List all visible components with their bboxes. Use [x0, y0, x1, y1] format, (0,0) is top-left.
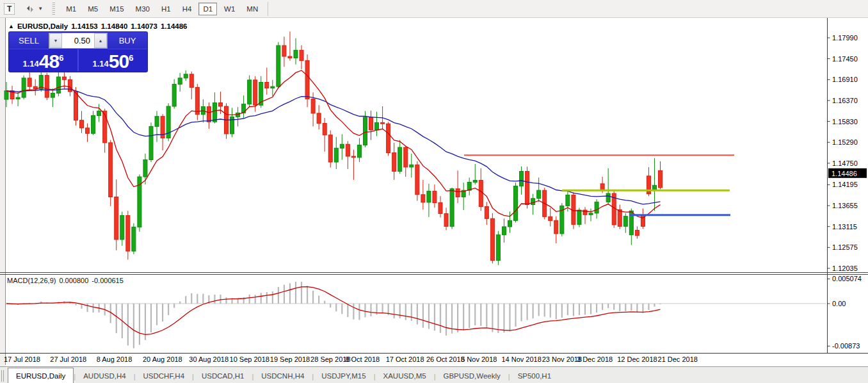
candle-body — [328, 135, 332, 162]
candle-body — [490, 218, 494, 260]
candle-body — [305, 61, 309, 99]
candle-body — [126, 215, 130, 251]
toolbar-separator — [268, 2, 268, 16]
candle-body — [311, 99, 315, 113]
tab-usdcad-h1[interactable]: USDCAD,H1 — [194, 369, 252, 383]
candle-body — [51, 93, 54, 97]
candle-body — [410, 165, 414, 167]
candle-body — [28, 78, 31, 86]
candle-body — [109, 143, 113, 197]
price-tick-label: 1.12575 — [832, 243, 858, 251]
candle-body — [334, 148, 338, 162]
candle-body — [427, 191, 431, 202]
candle-body — [218, 103, 222, 106]
candle-body — [300, 50, 303, 60]
timeframe-button-w1[interactable]: W1 — [220, 3, 239, 15]
tabbar-gripper[interactable] — [1, 370, 5, 382]
timeframe-button-h1[interactable]: H1 — [157, 3, 175, 15]
tab-audusd-h4[interactable]: AUDUSD,H4 — [76, 369, 133, 383]
bid-prefix: 1.14 — [23, 59, 39, 69]
arrange-symbols-button[interactable]: ▼ — [25, 4, 43, 14]
chart-window: 1.179901.174501.169101.163701.158301.152… — [0, 18, 868, 366]
tab-usdcnh-h4[interactable]: USDCNH,H4 — [253, 369, 312, 383]
date-tick-label: 26 Oct 2018 — [426, 355, 465, 363]
tab-list: EURUSD,Daily|AUDUSD,H4|USDCHF,H4|USDCAD,… — [8, 368, 559, 383]
left-margin — [0, 18, 5, 366]
date-tick-label: 8 Aug 2018 — [97, 355, 133, 363]
candle-body — [623, 216, 627, 227]
candle-body — [86, 128, 90, 133]
text-tool-button[interactable]: T — [4, 3, 15, 15]
candle-body — [589, 213, 593, 215]
candle-body — [415, 165, 419, 195]
volume-value[interactable]: 0.50 — [62, 33, 94, 48]
candle-body — [282, 45, 286, 56]
candle-body — [45, 76, 49, 97]
candle-body — [387, 124, 390, 152]
timeframe-button-m5[interactable]: M5 — [83, 3, 102, 15]
timeframe-button-mn[interactable]: MN — [242, 3, 262, 15]
collapse-panel-arrow[interactable]: ▲ — [8, 23, 14, 29]
tab-xauusd-m5[interactable]: XAUUSD,M5 — [376, 369, 434, 383]
candle-body — [485, 207, 488, 219]
sell-button[interactable]: SELL — [9, 32, 49, 49]
ask-prefix: 1.14 — [93, 59, 109, 69]
bid-price[interactable]: 1.14 48 6 — [9, 49, 79, 71]
tab-eurusd-daily[interactable]: EURUSD,Daily — [8, 368, 74, 383]
date-tick-label: 19 Sep 2018 — [270, 355, 310, 363]
candle-body — [288, 56, 292, 58]
macd-tick-label: 0.00 — [832, 300, 846, 307]
timeframe-button-d1[interactable]: D1 — [198, 3, 217, 15]
timeframe-button-m30[interactable]: M30 — [131, 3, 154, 15]
candle-body — [577, 210, 581, 224]
date-tick-label: 5 Nov 2018 — [461, 355, 497, 363]
one-click-trading-panel: SELL ▼ 0.50 ▲ BUY 1.14 48 6 1.14 50 6 — [9, 32, 147, 72]
candle-body — [508, 220, 511, 227]
candle-body — [33, 86, 37, 89]
candle-body — [473, 180, 477, 182]
timeframe-button-h4[interactable]: H4 — [178, 3, 197, 15]
price-tick-label: 1.13115 — [832, 223, 857, 231]
timeframe-button-m1[interactable]: M1 — [61, 3, 81, 15]
candle-body — [659, 170, 663, 188]
candle-body — [566, 195, 570, 206]
timeframe-button-m15[interactable]: M15 — [105, 3, 128, 15]
buy-button[interactable]: BUY — [108, 32, 147, 49]
chart-tab-bar: EURUSD,Daily|AUDUSD,H4|USDCHF,H4|USDCAD,… — [0, 366, 868, 383]
date-tick-label: 17 Oct 2018 — [386, 355, 424, 363]
top-toolbar: T ▼ M1M5M15M30H1H4D1W1MN — [0, 0, 868, 18]
toolbar-gripper[interactable] — [52, 3, 55, 15]
bid-sup-digit: 6 — [59, 53, 63, 63]
candle-body — [277, 45, 280, 86]
date-tick-label: 17 Jul 2018 — [4, 355, 40, 363]
candle-body — [392, 153, 396, 172]
candle-body — [155, 117, 159, 127]
candle-body — [537, 190, 541, 199]
volume-decrease-button[interactable]: ▼ — [49, 33, 62, 48]
tab-sp500-h1[interactable]: SP500,H1 — [510, 369, 559, 383]
candle-body — [421, 195, 425, 202]
price-tick-label: 1.15290 — [832, 138, 858, 146]
tab-gbpusd-weekly[interactable]: GBPUSD,Weekly — [436, 369, 508, 383]
candle-body — [22, 78, 26, 97]
candle-body — [351, 156, 355, 158]
candle-body — [97, 111, 101, 115]
candle-body — [4, 91, 8, 99]
candle-body — [595, 202, 599, 213]
tab-usdjpy-m15[interactable]: USDJPY,M15 — [314, 369, 373, 383]
volume-increase-button[interactable]: ▲ — [94, 33, 107, 48]
candle-body — [189, 74, 193, 88]
candle-body — [80, 120, 84, 128]
date-tick-label: 20 Aug 2018 — [143, 355, 182, 363]
candle-body — [207, 107, 211, 122]
ask-price[interactable]: 1.14 50 6 — [79, 49, 147, 71]
text-tool-icon: T — [7, 4, 12, 13]
candle-body — [456, 189, 460, 197]
candle-body — [92, 116, 95, 134]
candle-body — [502, 227, 506, 235]
tab-usdchf-h4[interactable]: USDCHF,H4 — [136, 369, 193, 383]
price-tick-label: 1.16370 — [832, 97, 858, 104]
candle-body — [369, 117, 373, 130]
ask-big-digits: 50 — [109, 53, 129, 70]
candle-body — [520, 172, 524, 186]
